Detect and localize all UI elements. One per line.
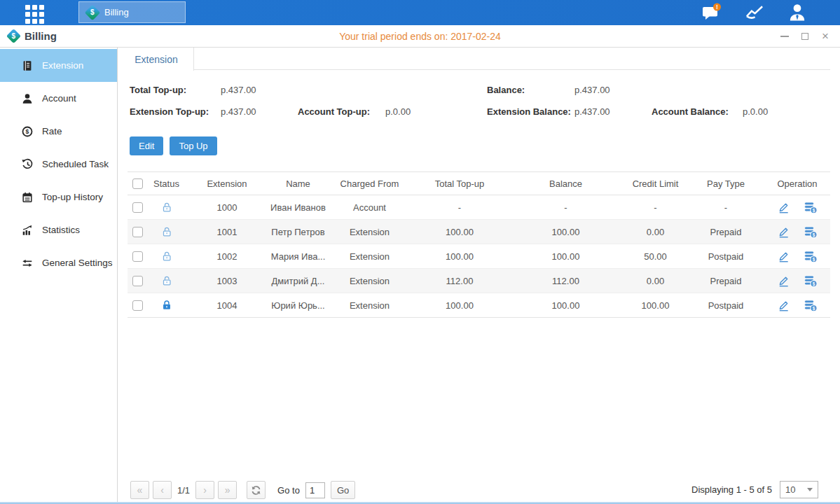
page-size-select[interactable]: 10 bbox=[780, 481, 818, 498]
user-account-icon[interactable] bbox=[788, 3, 808, 22]
column-header-credit-limit: Credit Limit bbox=[624, 172, 687, 195]
row-checkbox[interactable] bbox=[132, 227, 143, 237]
go-button[interactable]: Go bbox=[331, 481, 355, 499]
cell-pay-type: Postpaid bbox=[687, 293, 764, 318]
cell-operation: $ bbox=[764, 244, 830, 269]
top-up-button[interactable]: Top Up bbox=[170, 136, 216, 155]
column-header-operation: Operation bbox=[764, 172, 830, 195]
cell-credit-limit: 0.00 bbox=[624, 269, 687, 293]
goto-page-input[interactable] bbox=[305, 482, 325, 498]
balance-value: p.437.00 bbox=[574, 85, 610, 95]
account-balance-label: Account Balance: bbox=[652, 106, 729, 117]
sidebar-item-account[interactable]: Account bbox=[0, 82, 117, 115]
cell-balance: 100.00 bbox=[508, 244, 624, 269]
cell-pay-type: Prepaid bbox=[687, 220, 764, 244]
topup-icon[interactable]: $ bbox=[804, 298, 818, 312]
unlocked-icon[interactable] bbox=[160, 201, 173, 214]
svg-text:$: $ bbox=[813, 306, 815, 312]
statistics-chart-icon[interactable] bbox=[745, 3, 764, 22]
cell-total-topup: 100.00 bbox=[411, 293, 508, 318]
tabstrip: Extension bbox=[118, 48, 840, 71]
minimize-button[interactable] bbox=[780, 31, 790, 41]
cell-total-topup: 112.00 bbox=[411, 269, 508, 293]
page-indicator: 1/1 bbox=[177, 485, 190, 496]
last-page-button[interactable]: » bbox=[218, 481, 237, 499]
select-all-checkbox[interactable] bbox=[132, 178, 143, 189]
extension-icon bbox=[21, 59, 34, 72]
unlocked-icon[interactable] bbox=[160, 225, 173, 238]
cell-extension: 1004 bbox=[186, 293, 268, 318]
unlocked-icon[interactable] bbox=[160, 274, 173, 287]
cell-charged-from: Extension bbox=[328, 220, 411, 244]
total-topup-value: p.437.00 bbox=[221, 85, 256, 95]
row-checkbox[interactable] bbox=[132, 276, 143, 286]
account-topup-value: p.0.00 bbox=[385, 106, 411, 117]
sidebar-item-rate[interactable]: $ Rate bbox=[0, 115, 117, 148]
topup-icon[interactable]: $ bbox=[804, 225, 818, 239]
topup-icon[interactable]: $ bbox=[804, 200, 818, 214]
column-header-total-topup: Total Top-up bbox=[411, 172, 508, 195]
cell-credit-limit: 50.00 bbox=[624, 244, 687, 269]
app-window: $ Billing ! bbox=[0, 0, 840, 504]
extension-balance-value: p.437.00 bbox=[574, 106, 610, 117]
column-header-extension: Extension bbox=[186, 172, 268, 195]
sidebar-item-scheduled-task[interactable]: Scheduled Task bbox=[0, 148, 117, 181]
topup-icon[interactable]: $ bbox=[804, 274, 818, 288]
prev-page-button[interactable]: ‹ bbox=[153, 481, 172, 499]
cell-name: Мария Ива... bbox=[268, 244, 328, 269]
extension-topup-value: p.437.00 bbox=[221, 106, 256, 117]
cell-name: Петр Петров bbox=[268, 220, 328, 244]
edit-icon[interactable] bbox=[777, 225, 790, 239]
messages-icon[interactable]: ! bbox=[701, 3, 721, 22]
extension-topup-label: Extension Top-up: bbox=[130, 106, 209, 117]
cell-credit-limit: - bbox=[624, 195, 687, 220]
sidebar-item-label: Rate bbox=[42, 126, 62, 136]
cell-operation: $ bbox=[764, 269, 830, 293]
sidebar-item-topup-history[interactable]: Top-up History bbox=[0, 181, 117, 214]
edit-icon[interactable] bbox=[777, 250, 790, 263]
row-checkbox[interactable] bbox=[132, 300, 143, 311]
cell-credit-limit: 0.00 bbox=[624, 220, 687, 244]
row-checkbox[interactable] bbox=[132, 202, 143, 213]
edit-icon[interactable] bbox=[777, 201, 790, 214]
table-row: 1001 Петр Петров Extension 100.00 100.00… bbox=[128, 220, 830, 244]
sidebar-item-label: Account bbox=[42, 93, 76, 104]
sidebar-item-statistics[interactable]: Statistics bbox=[0, 214, 117, 246]
unlocked-icon[interactable] bbox=[160, 250, 173, 262]
taskbar-tab-billing[interactable]: $ Billing bbox=[78, 1, 186, 23]
extension-balance-label: Extension Balance: bbox=[487, 106, 571, 117]
close-button[interactable]: × bbox=[820, 31, 830, 41]
cell-name: Иван Иванов bbox=[268, 195, 328, 220]
cell-pay-type: Prepaid bbox=[687, 269, 764, 293]
status-cell bbox=[147, 293, 186, 318]
status-cell bbox=[147, 269, 186, 293]
cell-operation: $ bbox=[764, 220, 830, 244]
scheduled-task-icon bbox=[21, 158, 34, 171]
edit-icon[interactable] bbox=[777, 274, 790, 288]
maximize-button[interactable] bbox=[800, 31, 810, 41]
tab-extension[interactable]: Extension bbox=[119, 48, 194, 71]
app-menu-icon[interactable] bbox=[25, 5, 44, 24]
table-row: 1000 Иван Иванов Account - - - - bbox=[128, 195, 830, 220]
first-page-button[interactable]: « bbox=[130, 481, 149, 499]
row-checkbox[interactable] bbox=[132, 251, 143, 262]
refresh-button[interactable] bbox=[247, 481, 266, 499]
cell-pay-type: Postpaid bbox=[687, 244, 764, 269]
sidebar-item-label: Extension bbox=[42, 60, 83, 71]
cell-balance: 112.00 bbox=[508, 269, 624, 293]
topup-icon[interactable]: $ bbox=[804, 249, 818, 263]
table-body: 1000 Иван Иванов Account - - - - bbox=[128, 195, 830, 318]
sidebar-item-extension[interactable]: Extension bbox=[0, 49, 117, 82]
sidebar-item-label: Scheduled Task bbox=[42, 159, 109, 169]
cell-extension: 1002 bbox=[186, 244, 268, 269]
edit-button[interactable]: Edit bbox=[130, 136, 163, 155]
locked-icon[interactable] bbox=[160, 299, 173, 312]
chevron-down-icon bbox=[807, 488, 813, 491]
topbar: $ Billing ! bbox=[0, 0, 840, 25]
edit-icon[interactable] bbox=[777, 299, 790, 312]
cell-total-topup: 100.00 bbox=[411, 220, 508, 244]
column-header-charged-from: Charged From bbox=[328, 172, 411, 195]
svg-text:$: $ bbox=[813, 208, 815, 214]
sidebar-item-general-settings[interactable]: General Settings bbox=[0, 246, 117, 279]
next-page-button[interactable]: › bbox=[195, 481, 214, 499]
